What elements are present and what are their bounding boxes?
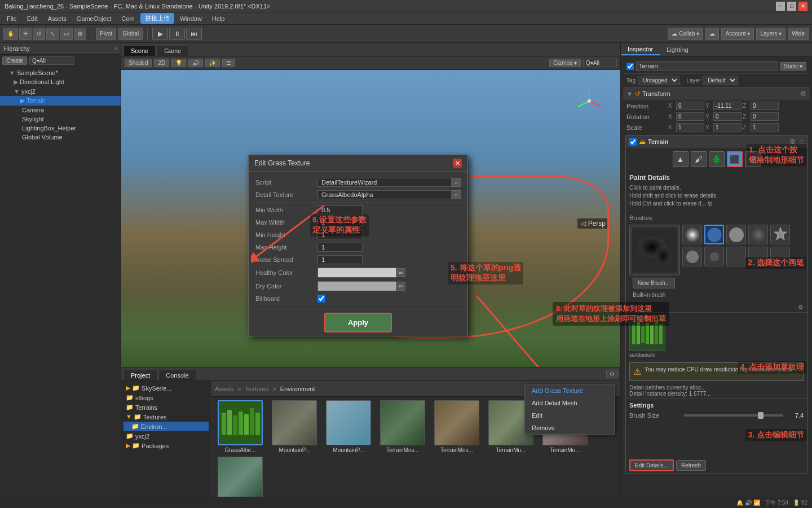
hier-terrain[interactable]: ▶Terrain bbox=[0, 96, 121, 106]
menu-file[interactable]: File bbox=[2, 14, 21, 23]
brush-round[interactable] bbox=[726, 225, 746, 244]
close-button[interactable]: ✕ bbox=[798, 2, 807, 11]
maximize-button[interactable]: □ bbox=[787, 2, 796, 11]
pause-button[interactable]: ⏸ bbox=[169, 28, 185, 40]
brush-size-slider[interactable] bbox=[683, 414, 783, 417]
brush-2-2[interactable] bbox=[704, 247, 724, 266]
brush-dark[interactable] bbox=[629, 225, 680, 275]
folder-settings[interactable]: 📁sttings bbox=[123, 393, 209, 402]
pos-z-input[interactable] bbox=[751, 102, 779, 110]
scene-search-input[interactable] bbox=[583, 59, 617, 67]
layers-button[interactable]: Layers ▾ bbox=[756, 28, 785, 40]
mountain2-thumb[interactable] bbox=[326, 400, 371, 445]
scale-z-input[interactable] bbox=[751, 123, 779, 132]
menu-assets[interactable]: Assets bbox=[43, 14, 71, 23]
rect-tool[interactable]: ▭ bbox=[60, 28, 73, 40]
folder-terrains[interactable]: 📁Terrains bbox=[123, 402, 209, 412]
audio-button[interactable]: 🔊 bbox=[188, 59, 203, 67]
asset-terrainmu3[interactable]: TerrainMu... bbox=[215, 457, 266, 497]
hierarchy-create-button[interactable]: Create bbox=[2, 56, 27, 65]
max-width-input[interactable] bbox=[317, 218, 363, 227]
object-active-checkbox[interactable] bbox=[626, 63, 634, 70]
tab-scene[interactable]: Scene bbox=[123, 45, 156, 56]
layout-button[interactable]: Wide bbox=[788, 28, 809, 40]
hier-camera[interactable]: Camera bbox=[0, 106, 121, 115]
asset-mountain2[interactable]: MountainP... bbox=[323, 400, 374, 453]
min-height-input[interactable] bbox=[317, 230, 363, 239]
brush-2-3[interactable] bbox=[726, 247, 746, 266]
folder-yxcj2[interactable]: 📁yxcj2 bbox=[123, 431, 209, 441]
hier-lightingbox[interactable]: LightingBox_Helper bbox=[0, 124, 121, 133]
fx-button[interactable]: ✨ bbox=[205, 59, 220, 67]
2d-button[interactable]: 2D bbox=[154, 59, 169, 67]
hier-samplescene[interactable]: ▼SampleScene* bbox=[0, 68, 121, 77]
rot-x-input[interactable] bbox=[676, 112, 704, 121]
hier-skylight[interactable]: Skylight bbox=[0, 115, 121, 124]
hier-yxcj2[interactable]: ▼yxcj2 bbox=[0, 87, 121, 96]
brush-2-5[interactable] bbox=[770, 247, 790, 266]
scene-view[interactable]: ◁ Persp 5. 将这个草的png透明纹理拖至这里 bbox=[121, 70, 620, 367]
global-button[interactable]: Global bbox=[118, 28, 143, 40]
transform-tool[interactable]: ⊞ bbox=[74, 28, 86, 40]
terrain-gear-icon[interactable]: ⚙ bbox=[789, 138, 796, 146]
max-height-input[interactable] bbox=[317, 243, 363, 252]
detail-texture-input[interactable] bbox=[317, 190, 452, 199]
grass-texture-thumb[interactable] bbox=[629, 315, 665, 351]
shaded-button[interactable]: Shaded bbox=[125, 59, 152, 67]
folder-environment[interactable]: 📁Environ... bbox=[123, 422, 209, 431]
layer-select[interactable]: Default bbox=[703, 76, 738, 85]
brush-2-4[interactable] bbox=[748, 247, 768, 266]
menu-plugin[interactable]: 拼接上传 bbox=[140, 13, 174, 24]
gizmos-button[interactable]: Gizmos ▾ bbox=[549, 59, 581, 67]
tab-lighting[interactable]: Lighting bbox=[660, 45, 695, 55]
collab-button[interactable]: ☁Collab▾ bbox=[668, 28, 703, 40]
brush-size-thumb[interactable] bbox=[758, 412, 764, 419]
move-tool[interactable]: ✛ bbox=[19, 28, 32, 40]
hand-tool[interactable]: ✋ bbox=[3, 28, 18, 40]
asset-mountain1[interactable]: MountainP... bbox=[269, 400, 320, 453]
folder-packages[interactable]: ▶ 📁Packages bbox=[123, 441, 209, 450]
lighting-button[interactable]: 💡 bbox=[171, 59, 186, 67]
texture-select-icon[interactable]: ○ bbox=[452, 190, 461, 199]
hier-directional-light[interactable]: ▶Directional Light bbox=[0, 77, 121, 87]
transform-gear-icon[interactable]: ⚙ bbox=[800, 90, 806, 98]
minimize-button[interactable]: ─ bbox=[776, 2, 785, 11]
window-controls[interactable]: ─ □ ✕ bbox=[776, 2, 807, 11]
dry-color-pick-icon[interactable]: ✏ bbox=[396, 282, 405, 291]
step-button[interactable]: ⏭ bbox=[186, 28, 202, 40]
mountain1-thumb[interactable] bbox=[272, 400, 317, 445]
terrain-tool-details[interactable]: ⬛ bbox=[727, 151, 743, 167]
asset-terrainmos[interactable]: TerrainMos... bbox=[377, 400, 428, 453]
terrain-tool-paint[interactable]: 🖌 bbox=[691, 151, 707, 167]
edit-details-button[interactable]: Edit Details... bbox=[629, 459, 674, 471]
breadcrumb-textures[interactable]: Textures bbox=[245, 386, 269, 392]
brush-2-1[interactable] bbox=[682, 247, 702, 266]
rot-y-input[interactable] bbox=[713, 112, 742, 121]
tab-game[interactable]: Game bbox=[157, 45, 188, 56]
scale-x-input[interactable] bbox=[676, 123, 704, 132]
new-brush-button[interactable]: New Brush... bbox=[633, 278, 675, 288]
play-button[interactable]: ▶ bbox=[152, 28, 168, 40]
healthy-color-swatch[interactable] bbox=[317, 268, 396, 278]
brushes-settings-icon[interactable]: ⚙ bbox=[798, 304, 804, 311]
cloud-button[interactable]: ☁ bbox=[705, 28, 719, 40]
terrain-tool-raise[interactable]: ▲ bbox=[673, 151, 689, 167]
brush-faded[interactable] bbox=[748, 225, 768, 244]
rot-z-input[interactable] bbox=[751, 112, 779, 121]
dry-color-swatch[interactable] bbox=[317, 281, 396, 291]
terrainmos2-thumb[interactable] bbox=[434, 400, 479, 445]
tab-project[interactable]: Project bbox=[123, 370, 157, 380]
pos-y-input[interactable] bbox=[713, 102, 742, 110]
dialog-close-button[interactable]: ✕ bbox=[453, 159, 462, 168]
scale-tool[interactable]: ⤡ bbox=[46, 28, 59, 40]
terrain-active-checkbox[interactable] bbox=[629, 138, 637, 146]
terrain-tool-trees[interactable]: 🌲 bbox=[709, 151, 725, 167]
terrainmu3-thumb[interactable] bbox=[218, 457, 263, 497]
folder-skyshader[interactable]: ▶ 📁SkySerie... bbox=[123, 383, 209, 393]
asset-grass-albedo[interactable]: GrassAlbe... bbox=[215, 400, 266, 453]
tab-console[interactable]: Console bbox=[158, 370, 196, 380]
object-name-input[interactable] bbox=[636, 61, 778, 71]
breadcrumb-environment[interactable]: Environment bbox=[280, 386, 315, 392]
billboard-checkbox[interactable] bbox=[317, 295, 325, 303]
breadcrumb-assets[interactable]: Assets bbox=[215, 386, 233, 392]
